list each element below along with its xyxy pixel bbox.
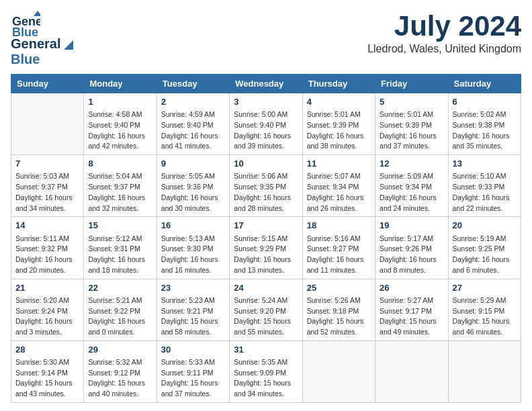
day-number: 5 <box>380 96 443 108</box>
day-info: Sunrise: 5:23 AM Sunset: 9:21 PM Dayligh… <box>161 295 225 338</box>
day-info: Sunrise: 4:58 AM Sunset: 9:40 PM Dayligh… <box>88 109 152 152</box>
calendar-week-1: 1Sunrise: 4:58 AM Sunset: 9:40 PM Daylig… <box>11 93 521 155</box>
day-info: Sunrise: 5:33 AM Sunset: 9:11 PM Dayligh… <box>161 357 225 400</box>
svg-marker-2 <box>34 11 40 16</box>
weekday-header-sunday: Sunday <box>11 75 84 93</box>
calendar-cell: 31Sunrise: 5:35 AM Sunset: 9:09 PM Dayli… <box>230 340 302 402</box>
calendar-table: SundayMondayTuesdayWednesdayThursdayFrid… <box>11 74 521 403</box>
logo-general: General <box>11 36 60 51</box>
calendar-cell <box>448 340 521 402</box>
day-number: 18 <box>307 220 371 232</box>
calendar-cell: 21Sunrise: 5:20 AM Sunset: 9:24 PM Dayli… <box>11 279 84 340</box>
day-info: Sunrise: 5:01 AM Sunset: 9:39 PM Dayligh… <box>307 109 371 152</box>
calendar-week-3: 14Sunrise: 5:11 AM Sunset: 9:32 PM Dayli… <box>11 217 521 279</box>
day-number: 23 <box>161 282 225 294</box>
day-number: 7 <box>15 158 79 170</box>
calendar-cell <box>302 340 375 402</box>
day-info: Sunrise: 5:16 AM Sunset: 9:27 PM Dayligh… <box>307 234 371 276</box>
calendar-header: SundayMondayTuesdayWednesdayThursdayFrid… <box>11 75 521 93</box>
calendar-week-2: 7Sunrise: 5:03 AM Sunset: 9:37 PM Daylig… <box>11 155 521 217</box>
day-info: Sunrise: 5:21 AM Sunset: 9:22 PM Dayligh… <box>88 295 152 338</box>
calendar-cell: 27Sunrise: 5:29 AM Sunset: 9:15 PM Dayli… <box>448 279 521 340</box>
day-number: 1 <box>88 96 152 108</box>
calendar-cell: 22Sunrise: 5:21 AM Sunset: 9:22 PM Dayli… <box>84 279 157 340</box>
day-number: 27 <box>453 282 517 294</box>
day-number: 12 <box>380 158 443 170</box>
weekday-header-monday: Monday <box>84 75 157 93</box>
calendar-cell: 28Sunrise: 5:30 AM Sunset: 9:14 PM Dayli… <box>11 340 84 402</box>
calendar-cell: 12Sunrise: 5:09 AM Sunset: 9:34 PM Dayli… <box>375 155 448 217</box>
day-info: Sunrise: 5:11 AM Sunset: 9:32 PM Dayligh… <box>15 234 79 276</box>
weekday-header-thursday: Thursday <box>302 75 375 93</box>
page-header: General Blue General Blue July 2024 Lled… <box>11 11 521 67</box>
day-number: 21 <box>15 282 79 294</box>
calendar-cell: 29Sunrise: 5:32 AM Sunset: 9:12 PM Dayli… <box>84 340 157 402</box>
day-info: Sunrise: 5:30 AM Sunset: 9:14 PM Dayligh… <box>15 357 79 400</box>
day-number: 20 <box>453 220 517 232</box>
weekday-header-wednesday: Wednesday <box>230 75 302 93</box>
weekday-header-saturday: Saturday <box>448 75 521 93</box>
day-info: Sunrise: 5:02 AM Sunset: 9:38 PM Dayligh… <box>453 109 517 152</box>
day-info: Sunrise: 5:20 AM Sunset: 9:24 PM Dayligh… <box>15 295 79 338</box>
location-title: Lledrod, Wales, United Kingdom <box>367 43 521 55</box>
calendar-cell: 24Sunrise: 5:24 AM Sunset: 9:20 PM Dayli… <box>230 279 302 340</box>
day-number: 30 <box>161 344 225 356</box>
day-number: 11 <box>307 158 371 170</box>
day-number: 25 <box>307 282 371 294</box>
day-info: Sunrise: 4:59 AM Sunset: 9:40 PM Dayligh… <box>161 109 225 152</box>
calendar-cell: 2Sunrise: 4:59 AM Sunset: 9:40 PM Daylig… <box>157 93 229 155</box>
day-number: 31 <box>234 344 298 356</box>
logo: General Blue General Blue <box>11 11 73 67</box>
day-info: Sunrise: 5:10 AM Sunset: 9:33 PM Dayligh… <box>453 171 517 214</box>
day-number: 9 <box>161 158 225 170</box>
day-info: Sunrise: 5:27 AM Sunset: 9:17 PM Dayligh… <box>380 295 443 338</box>
calendar-cell: 23Sunrise: 5:23 AM Sunset: 9:21 PM Dayli… <box>157 279 229 340</box>
day-info: Sunrise: 5:06 AM Sunset: 9:35 PM Dayligh… <box>234 171 298 214</box>
calendar-cell: 19Sunrise: 5:17 AM Sunset: 9:26 PM Dayli… <box>375 217 448 279</box>
day-number: 16 <box>161 220 225 232</box>
day-info: Sunrise: 5:07 AM Sunset: 9:34 PM Dayligh… <box>307 171 371 214</box>
calendar-cell: 14Sunrise: 5:11 AM Sunset: 9:32 PM Dayli… <box>11 217 84 279</box>
calendar-cell: 13Sunrise: 5:10 AM Sunset: 9:33 PM Dayli… <box>448 155 521 217</box>
calendar-cell: 20Sunrise: 5:19 AM Sunset: 9:25 PM Dayli… <box>448 217 521 279</box>
day-info: Sunrise: 5:24 AM Sunset: 9:20 PM Dayligh… <box>234 295 298 338</box>
day-number: 4 <box>307 96 371 108</box>
day-number: 15 <box>88 220 152 232</box>
day-info: Sunrise: 5:03 AM Sunset: 9:37 PM Dayligh… <box>15 171 79 214</box>
day-number: 10 <box>234 158 298 170</box>
calendar-week-5: 28Sunrise: 5:30 AM Sunset: 9:14 PM Dayli… <box>11 340 521 402</box>
calendar-cell: 3Sunrise: 5:00 AM Sunset: 9:40 PM Daylig… <box>230 93 302 155</box>
weekday-header-friday: Friday <box>375 75 448 93</box>
day-info: Sunrise: 5:26 AM Sunset: 9:18 PM Dayligh… <box>307 295 371 338</box>
calendar-cell: 11Sunrise: 5:07 AM Sunset: 9:34 PM Dayli… <box>302 155 375 217</box>
calendar-cell: 1Sunrise: 4:58 AM Sunset: 9:40 PM Daylig… <box>84 93 157 155</box>
day-number: 8 <box>88 158 152 170</box>
weekday-header-tuesday: Tuesday <box>157 75 229 93</box>
day-info: Sunrise: 5:09 AM Sunset: 9:34 PM Dayligh… <box>380 171 443 214</box>
calendar-cell: 7Sunrise: 5:03 AM Sunset: 9:37 PM Daylig… <box>11 155 84 217</box>
day-number: 2 <box>161 96 225 108</box>
calendar-cell: 10Sunrise: 5:06 AM Sunset: 9:35 PM Dayli… <box>230 155 302 217</box>
calendar-cell: 6Sunrise: 5:02 AM Sunset: 9:38 PM Daylig… <box>448 93 521 155</box>
svg-marker-3 <box>64 40 73 50</box>
calendar-cell: 4Sunrise: 5:01 AM Sunset: 9:39 PM Daylig… <box>302 93 375 155</box>
day-number: 19 <box>380 220 443 232</box>
day-number: 29 <box>88 344 152 356</box>
month-title: July 2024 <box>367 11 521 42</box>
calendar-week-4: 21Sunrise: 5:20 AM Sunset: 9:24 PM Dayli… <box>11 279 521 340</box>
calendar-cell <box>375 340 448 402</box>
day-info: Sunrise: 5:01 AM Sunset: 9:39 PM Dayligh… <box>380 109 443 152</box>
calendar-cell: 15Sunrise: 5:12 AM Sunset: 9:31 PM Dayli… <box>84 217 157 279</box>
day-number: 14 <box>15 220 79 232</box>
day-info: Sunrise: 5:00 AM Sunset: 9:40 PM Dayligh… <box>234 109 298 152</box>
day-info: Sunrise: 5:19 AM Sunset: 9:25 PM Dayligh… <box>453 234 517 276</box>
title-block: July 2024 Lledrod, Wales, United Kingdom <box>367 11 521 55</box>
day-number: 17 <box>234 220 298 232</box>
calendar-cell <box>11 93 84 155</box>
day-number: 24 <box>234 282 298 294</box>
calendar-cell: 26Sunrise: 5:27 AM Sunset: 9:17 PM Dayli… <box>375 279 448 340</box>
logo-blue: Blue <box>11 52 40 66</box>
day-number: 3 <box>234 96 298 108</box>
day-info: Sunrise: 5:17 AM Sunset: 9:26 PM Dayligh… <box>380 234 443 276</box>
calendar-cell: 18Sunrise: 5:16 AM Sunset: 9:27 PM Dayli… <box>302 217 375 279</box>
